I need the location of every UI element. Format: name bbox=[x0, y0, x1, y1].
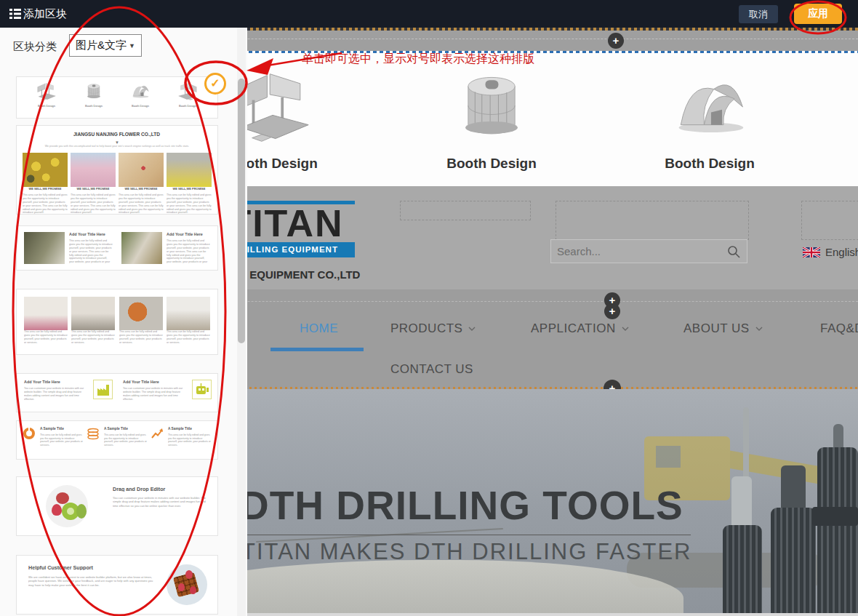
selected-check-icon: ✓ bbox=[204, 73, 226, 95]
booth-cylinder-icon bbox=[83, 82, 105, 101]
booth-item: Booth Design bbox=[648, 70, 771, 172]
booth-structure-icon bbox=[36, 82, 57, 101]
card-heading: Helpful Customer Support bbox=[28, 564, 153, 570]
chevron-down-icon bbox=[468, 327, 476, 331]
insert-block-button[interactable]: + bbox=[604, 303, 620, 319]
language-label: English bbox=[825, 246, 858, 258]
hero-subtitle: TITAN MAKES DTH DRILLING FASTER bbox=[241, 539, 692, 565]
booth-cylinder-icon bbox=[445, 70, 538, 145]
interior-photo bbox=[24, 297, 68, 330]
card-title: JIANGSU NANJING FLOWER CO.,LTD bbox=[23, 132, 211, 137]
booth-shell-icon bbox=[663, 70, 756, 145]
active-nav-underline bbox=[270, 348, 364, 351]
column-heading: WE SELL,WE PROMISE bbox=[167, 187, 212, 191]
nav-label: APPLICATION bbox=[531, 321, 616, 336]
add-block-panel: 区块分类 图片&文字 ▼ Booth Design Booth Design B… bbox=[0, 28, 247, 616]
drill-bit-image bbox=[771, 508, 816, 613]
column-body: This area can be fully edited and gives … bbox=[69, 239, 113, 264]
search-input[interactable] bbox=[557, 240, 717, 263]
column-heading: A Sample Title bbox=[40, 427, 84, 431]
placeholder-box bbox=[400, 201, 531, 220]
column-heading: WE SELL,WE PROMISE bbox=[119, 187, 164, 191]
column-body: This area can be fully edited and gives … bbox=[104, 433, 148, 447]
nav-products[interactable]: PRODUCTS bbox=[390, 321, 476, 336]
category-value: 图片&文字 bbox=[76, 39, 127, 52]
hero-divider bbox=[241, 535, 691, 535]
drill-tip-image bbox=[833, 424, 843, 450]
builder-window: + Booth Design Booth Design Booth Design… bbox=[0, 0, 858, 616]
column-body: This area can be fully edited and gives … bbox=[119, 193, 164, 215]
column-body: This area can be fully edited and gives … bbox=[40, 433, 84, 447]
mini-booth-label: Booth Design bbox=[167, 104, 209, 108]
column-body: This area can be fully edited and gives … bbox=[23, 193, 68, 215]
booth-shell-icon bbox=[129, 82, 151, 101]
column-heading: WE SELL,WE PROMISE bbox=[71, 187, 116, 191]
template-card-sample[interactable]: A Sample Title This area can be fully ed… bbox=[16, 420, 218, 460]
factory-icon bbox=[93, 380, 113, 399]
search-icon[interactable] bbox=[727, 245, 741, 259]
card-subtitle: We provide you with this uncomplicated t… bbox=[23, 145, 212, 148]
column-body: This area can be fully edited and gives … bbox=[71, 330, 115, 344]
apply-button[interactable]: 应用 bbox=[794, 4, 842, 24]
sidebar-scrollbar[interactable] bbox=[237, 28, 246, 616]
flower-photo bbox=[167, 153, 212, 187]
panel-title: 添加区块 bbox=[23, 7, 67, 21]
robot-icon bbox=[192, 380, 212, 399]
kitchen-photo bbox=[121, 232, 162, 264]
cancel-button[interactable]: 取消 bbox=[739, 5, 778, 23]
chart-up-icon bbox=[151, 427, 164, 440]
nav-label: HOME bbox=[300, 321, 338, 336]
template-card-kitchen[interactable]: Add Your Title Here This area can be ful… bbox=[16, 225, 218, 271]
refresh-circle-icon bbox=[23, 427, 36, 440]
template-card-flower[interactable]: JIANGSU NANJING FLOWER CO.,LTD ▼ We prov… bbox=[16, 125, 218, 215]
scrollbar-thumb[interactable] bbox=[238, 79, 245, 343]
nav-application[interactable]: APPLICATION bbox=[531, 321, 629, 336]
column-heading: A Sample Title bbox=[104, 427, 148, 431]
language-selector[interactable]: English bbox=[803, 246, 858, 258]
flower-photo bbox=[23, 153, 68, 187]
booth-item-label: Booth Design bbox=[430, 156, 553, 172]
template-card-interior[interactable]: This area can be fully edited and gives … bbox=[16, 289, 218, 355]
drill-rod-image bbox=[743, 407, 749, 481]
drill-bit-image bbox=[723, 525, 762, 613]
column-heading: A Sample Title bbox=[168, 427, 212, 431]
chevron-down-icon bbox=[622, 327, 629, 331]
nav-home[interactable]: HOME bbox=[300, 321, 338, 336]
insert-block-button-top[interactable]: + bbox=[608, 33, 624, 49]
waffle-photo bbox=[167, 564, 207, 605]
flower-photo bbox=[71, 153, 116, 187]
block-category-select[interactable]: 图片&文字 ▼ bbox=[69, 34, 142, 57]
template-card-editor[interactable]: Drag and Drop Editor You can customize y… bbox=[16, 476, 218, 536]
category-label: 区块分类 bbox=[13, 40, 57, 54]
editor-topbar: 添加区块 取消 应用 bbox=[0, 0, 858, 28]
hero-title: DTH DRILLING TOOLS bbox=[240, 482, 683, 529]
search-box bbox=[550, 239, 747, 263]
nav-label: PRODUCTS bbox=[390, 321, 462, 336]
template-card-support[interactable]: Helpful Customer Support We are confiden… bbox=[16, 555, 218, 615]
booth-structure-icon bbox=[177, 82, 199, 101]
column-body: This area can be fully edited and gives … bbox=[167, 239, 210, 264]
fruit-photo bbox=[46, 485, 88, 527]
template-card-booth[interactable]: Booth Design Booth Design Booth Design B… bbox=[16, 76, 218, 119]
drill-shank-image bbox=[781, 465, 806, 511]
insert-block-stack: + + bbox=[602, 292, 622, 321]
column-heading: Add Your Title Here bbox=[123, 380, 186, 384]
nav-faq[interactable]: FAQ&D bbox=[820, 321, 858, 336]
column-body: You can customize your website in minute… bbox=[123, 387, 186, 401]
booth-item: Booth Design bbox=[430, 70, 553, 172]
column-heading: WE SELL,WE PROMISE bbox=[23, 187, 68, 191]
template-card-feature[interactable]: Add Your Title Here You can customize yo… bbox=[16, 373, 218, 412]
card-heading: Drag and Drop Editor bbox=[113, 486, 210, 492]
blocks-grid-icon bbox=[9, 9, 21, 19]
column-body: This area can be fully edited and gives … bbox=[24, 330, 68, 344]
chevron-down-icon bbox=[755, 327, 763, 331]
placeholder-box bbox=[801, 201, 858, 240]
column-body: This area can be fully edited and gives … bbox=[71, 193, 116, 215]
card-body: We are confident we have an easiest to u… bbox=[28, 575, 153, 587]
nav-about[interactable]: ABOUT US bbox=[683, 321, 763, 336]
card-body: You can customize your website in minute… bbox=[113, 496, 210, 508]
nav-contact[interactable]: CONTACT US bbox=[390, 362, 473, 377]
column-body: This area can be fully edited and gives … bbox=[168, 433, 212, 447]
interior-photo bbox=[119, 297, 163, 330]
column-heading: Add Your Title Here bbox=[24, 380, 87, 384]
